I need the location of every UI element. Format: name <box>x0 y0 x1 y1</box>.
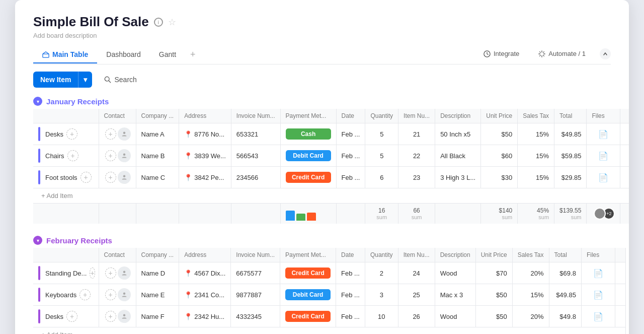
cell-qty-2: 10 <box>365 306 398 327</box>
cell-desc-2: 3 High 3 L... <box>435 167 481 188</box>
table-row: Chairs + + Name B 📍 3839 We... 5 <box>33 145 629 167</box>
star-icon[interactable]: ☆ <box>168 17 176 28</box>
february-collapse-chevron[interactable]: ▾ <box>33 236 42 245</box>
add-subitem-icon-0[interactable]: + <box>66 128 77 140</box>
cell-total-1: $49.85 <box>549 284 581 306</box>
feb-col-header-total: Total <box>549 248 581 262</box>
tab-main-table[interactable]: Main Table <box>33 46 97 63</box>
file-icon-2[interactable]: 📄 <box>593 312 603 321</box>
col-header-date: Date <box>336 109 365 123</box>
table-row: Desks + + Name F 📍 2342 Hu... 43 <box>33 306 625 327</box>
cell-files-0: 📄 <box>587 123 620 145</box>
col-header-company: Company ... <box>136 109 179 123</box>
pin-icon-0: 📍 <box>184 130 192 138</box>
payment-badge-2[interactable]: Credit Card <box>286 172 331 183</box>
cell-item-2: Foot stools + <box>33 167 99 188</box>
feb-col-header-payment: Payment Met... <box>280 248 336 262</box>
add-contact-icon-0[interactable]: + <box>105 268 116 279</box>
cell-payment-1: Debit Card <box>280 145 336 167</box>
file-icon-2[interactable]: 📄 <box>598 173 608 182</box>
add-subitem-icon-0[interactable]: + <box>90 268 95 279</box>
cell-tax-0: 15% <box>518 123 554 145</box>
cell-more-2 <box>615 306 625 327</box>
cell-files-1: 📄 <box>587 145 620 167</box>
cell-contact-0: + <box>99 123 136 145</box>
cell-more-0 <box>615 262 625 284</box>
february-table: Contact Company ... Address Invoice Num.… <box>33 248 626 334</box>
add-item-cell[interactable]: + Add Item <box>33 188 629 204</box>
collapse-button[interactable] <box>600 48 611 59</box>
cell-invoice-2: 4332345 <box>231 306 280 327</box>
cell-unitprice-1: $60 <box>481 145 518 167</box>
automate-button[interactable]: Automate / 1 <box>533 47 591 60</box>
payment-badge-0[interactable]: Credit Card <box>285 268 331 279</box>
contact-avatar-0[interactable] <box>118 266 131 280</box>
tab-dashboard[interactable]: Dashboard <box>97 46 150 63</box>
january-collapse-chevron[interactable]: ▾ <box>33 97 42 106</box>
cell-desc-1: All Black <box>435 145 481 167</box>
cell-qty-0: 2 <box>365 262 398 284</box>
file-icon-1[interactable]: 📄 <box>598 152 608 160</box>
cell-tax-1: 15% <box>512 284 549 306</box>
cell-company-2: Name C <box>136 167 179 188</box>
add-contact-icon-2[interactable]: + <box>105 311 116 322</box>
add-contact-icon-1[interactable]: + <box>105 150 116 161</box>
cell-invoice-0: 6675577 <box>231 262 280 284</box>
cell-total-2: $29.85 <box>554 167 587 188</box>
cell-tax-2: 20% <box>512 306 549 327</box>
file-icon-0[interactable]: 📄 <box>593 269 603 278</box>
add-subitem-icon-1[interactable]: + <box>79 289 91 300</box>
cell-desc-0: 50 Inch x5 <box>435 123 481 145</box>
cell-invoice-2: 234566 <box>231 167 280 188</box>
svg-point-7 <box>123 293 125 295</box>
board-description[interactable]: Add board description <box>33 32 611 39</box>
col-header-unitprice: Unit Price <box>481 109 518 123</box>
cell-company-1: Name E <box>136 284 179 306</box>
tab-add-button[interactable]: + <box>185 45 201 64</box>
cell-contact-1: + <box>99 284 136 306</box>
col-header-address: Address <box>179 109 231 123</box>
contact-avatar-0[interactable] <box>118 127 131 141</box>
file-icon-0[interactable]: 📄 <box>598 130 608 139</box>
payment-badge-2[interactable]: Credit Card <box>285 311 331 322</box>
col-header-payment: Payment Met... <box>280 109 336 123</box>
file-icon-1[interactable]: 📄 <box>593 291 603 299</box>
contact-avatar-2[interactable] <box>118 310 131 323</box>
payment-badge-0[interactable]: Cash <box>286 128 331 140</box>
add-contact-icon-2[interactable]: + <box>105 172 116 183</box>
summary-files: +2 <box>587 204 620 224</box>
add-item-row[interactable]: + Add Item <box>33 188 629 204</box>
new-item-button[interactable]: New Item ▾ <box>33 72 92 88</box>
contact-avatar-2[interactable] <box>118 171 131 184</box>
summary-qty: 16sum <box>365 204 398 224</box>
feb-table-header-row: Contact Company ... Address Invoice Num.… <box>33 248 625 262</box>
contact-avatar-1[interactable] <box>118 149 131 162</box>
search-button[interactable]: Search <box>98 72 142 87</box>
add-subitem-icon-1[interactable]: + <box>67 150 78 161</box>
cell-payment-0: Credit Card <box>280 262 336 284</box>
chevron-up-icon <box>603 51 608 56</box>
add-subitem-icon-2[interactable]: + <box>66 311 77 322</box>
cell-files-0: 📄 <box>581 262 615 284</box>
tabs-left: Main Table Dashboard Gantt + <box>33 45 201 64</box>
integrate-button[interactable]: Integrate <box>478 47 524 60</box>
contact-avatar-1[interactable] <box>118 288 131 301</box>
summary-row: 16sum 66sum $140sum 45%sum $139.55sum +2 <box>33 204 629 224</box>
info-icon[interactable]: i <box>154 18 163 27</box>
cell-files-1: 📄 <box>581 284 615 306</box>
item-name-1: Chairs <box>45 152 64 160</box>
add-contact-icon-1[interactable]: + <box>105 289 116 300</box>
add-item-cell[interactable]: + Add Item <box>33 327 625 335</box>
tab-gantt[interactable]: Gantt <box>150 46 185 63</box>
cell-more-1 <box>615 284 625 306</box>
svg-point-4 <box>123 154 125 156</box>
summary-chart <box>280 204 336 224</box>
feb-col-header-qty: Quantity <box>365 248 398 262</box>
svg-point-5 <box>123 175 125 178</box>
add-subitem-icon-2[interactable]: + <box>80 172 92 183</box>
payment-badge-1[interactable]: Debit Card <box>286 150 331 161</box>
add-contact-icon-0[interactable]: + <box>105 128 116 140</box>
add-item-row[interactable]: + Add Item <box>33 327 625 335</box>
payment-badge-1[interactable]: Debit Card <box>285 289 331 300</box>
summary-empty-3 <box>179 204 231 224</box>
